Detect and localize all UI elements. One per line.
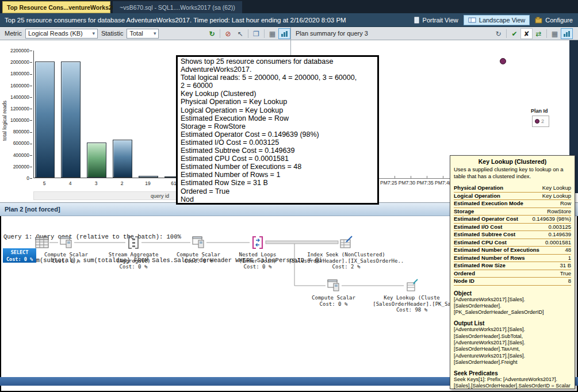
property-row: Estimated Subtree Cost 0.149639 [454, 231, 571, 239]
compute-scalar-icon [326, 278, 342, 294]
metric-toolbar: Metric Logical Reads (KB) ▾ Statistic To… [0, 27, 578, 40]
tooltip-title: Key Lookup (Clustered) [454, 157, 571, 166]
y-tick-label: 1800000 [10, 71, 32, 76]
y-tick-label: 600000 [13, 140, 32, 146]
annotation-line: Shows top 25 resource consumers for data… [181, 57, 374, 66]
track-query-icon[interactable]: ↖ [234, 28, 246, 39]
plan-node-compute-scalar-2[interactable]: Compute Scalar Cost: 0 % [164, 235, 233, 264]
nested-loops-icon [250, 235, 266, 251]
plan-summary-title: Plan summary for query 3 [296, 30, 368, 37]
refresh-icon[interactable]: ↻ [492, 28, 504, 39]
annotation-line: Logical Operation = Key Lookup [181, 106, 374, 114]
portrait-view-icon [413, 17, 420, 24]
grid-view-icon[interactable]: ▦ [266, 28, 278, 39]
x-tick-label: 3 [95, 180, 98, 186]
grid-view-icon[interactable]: ▦ [549, 28, 561, 39]
x-tick-label: 5 [43, 180, 46, 186]
annotation-line: Key Lookup (Clustered) [181, 90, 374, 98]
tab-label: Top Resource Cons...ventureWorks2017] [7, 4, 124, 11]
y-tick-label: 2000000 [10, 59, 32, 65]
plan-id-legend-title: Plan Id [531, 108, 548, 114]
y-axis-ticks: 0200000400000600000800000100000012000001… [0, 51, 32, 178]
operator-properties-tooltip: Key Lookup (Clustered) Uses a supplied c… [450, 155, 575, 389]
time-axis-labels: 0 PM7:25 PM7:30 PM7:35 PM7:4( [376, 180, 450, 186]
y-tick-label: 0 [26, 175, 32, 181]
x-tick-label: 2 [121, 180, 124, 186]
y-tick-label: 2200000 [10, 48, 32, 53]
tab-sql-file[interactable]: ~vsB670.sql - SQL1....Works2017 (sa (62)… [113, 1, 242, 13]
tab-label: ~vsB670.sql - SQL1....Works2017 (sa (62)… [120, 4, 235, 11]
property-row: Estimated I/O Cost 0.003125 [454, 224, 571, 232]
y-tick-label: 1000000 [10, 117, 32, 123]
annotation-overlay: Shows top 25 resource consumers for data… [176, 55, 379, 205]
property-row: Estimated CPU Cost 0.0001581 [454, 239, 571, 247]
annotation-line: Estimated Subtree Cost = 0.149639 [181, 147, 374, 155]
annotation-line: 2 = 60000 [181, 82, 374, 90]
property-row: Estimated Row Size 31 B [454, 262, 571, 270]
plan-node-compute-scalar-1[interactable]: Compute Scalar Cost: 0 % [32, 235, 101, 264]
chart-view-icon[interactable] [561, 28, 573, 39]
bar-query-19[interactable] [139, 176, 158, 178]
statistic-dropdown[interactable]: Total ▾ [127, 29, 159, 39]
bar-query-2[interactable] [113, 140, 132, 178]
metric-label: Metric [5, 30, 22, 37]
tab-top-resource-consumers[interactable]: Top Resource Cons...ventureWorks2017] ◦ … [2, 1, 110, 13]
compare-plans-icon[interactable]: ⇄ [533, 28, 545, 39]
bar-query-3[interactable] [87, 143, 106, 178]
annotation-line: Total logical reads: 5 = 200000, 4 = 200… [181, 74, 374, 82]
annotation-line: Estimated Number of Executions = 48 [181, 163, 374, 171]
ssms-query-store-window: Top Resource Cons...ventureWorks2017] ◦ … [0, 0, 578, 392]
index-seek-icon [338, 235, 354, 251]
property-row: Node ID 8 [454, 278, 571, 286]
portrait-view-button[interactable]: Portrait View [409, 16, 462, 25]
property-row: Storage RowStore [454, 208, 571, 216]
stop-icon[interactable]: ⊘ [222, 28, 234, 39]
plan-id-dot-icon [535, 119, 539, 124]
metric-dropdown[interactable]: Logical Reads (KB) ▾ [25, 29, 98, 39]
configure-button[interactable]: Configure [531, 16, 577, 25]
configure-icon [535, 17, 542, 24]
report-title: Top 25 resource consumers for database A… [0, 17, 409, 24]
annotation-line: Ordered = True [181, 187, 374, 195]
property-rows: Physical Operation Key Lookup Logical Op… [454, 185, 571, 286]
annotation-line: Physical Operation = Key Lookup [181, 98, 374, 106]
annotation-line: Estimated Execution Mode = Row [181, 114, 374, 122]
annotation-line: AdventureWorks2017. [181, 66, 374, 74]
annotation-line: Estimated I/O Cost = 0.003125 [181, 139, 374, 147]
chevron-down-icon: ▾ [154, 30, 156, 36]
chart-view-icon[interactable] [278, 28, 290, 39]
annotation-line: Estimated Number of Rows = 1 [181, 171, 374, 179]
plan-scatter-point[interactable] [500, 58, 506, 64]
bar-query-5[interactable] [35, 62, 55, 178]
plan-node-index-seek[interactable]: Index Seek (NonClustered) [SalesOrderHea… [266, 235, 427, 270]
seek-predicates-section-title: Seek Predicates [454, 370, 571, 376]
tooltip-description: Uses a supplied clustering key to lookup… [454, 166, 571, 179]
seek-predicates-section-text: Seek Keys[1]: Prefix: [AdventureWorks201… [454, 376, 571, 389]
compare-window-icon[interactable]: ❐ [250, 28, 262, 39]
document-tab-bar: Top Resource Cons...ventureWorks2017] ◦ … [0, 0, 578, 13]
x-tick-label: 19 [145, 180, 150, 186]
compute-scalar-icon [58, 235, 74, 251]
y-tick-label: 1400000 [10, 94, 32, 100]
bar-query-4[interactable] [61, 62, 81, 178]
plan-node-stream-aggregate[interactable]: Stream Aggregate (Aggregate) Cost: 0 % [96, 235, 171, 270]
annotation-line: Nod [181, 195, 374, 203]
y-tick-label: 800000 [13, 129, 32, 134]
property-row: Estimated Operator Cost 0.149639 (98%) [454, 216, 571, 224]
unforce-plan-icon[interactable]: ✘ [520, 28, 533, 39]
annotation-line: Storage = RowStore [181, 122, 374, 130]
plan-id-value: 2 [541, 118, 544, 124]
stream-aggregate-icon [125, 235, 141, 251]
chart-toolbar-left: ↻ ⊘ ↖ ❐ ▦ [206, 28, 290, 39]
force-plan-icon[interactable]: ✔ [508, 28, 520, 39]
y-tick-label: 400000 [13, 152, 32, 158]
object-section-title: Object [454, 290, 571, 297]
plan-id-legend-item[interactable]: 2 [532, 116, 549, 127]
key-lookup-icon [404, 278, 420, 294]
landscape-view-button[interactable]: Landscape View [464, 15, 530, 25]
refresh-icon[interactable]: ↻ [206, 28, 218, 39]
property-row: Ordered True [454, 270, 571, 278]
property-row: Estimated Number of Rows 1 [454, 255, 571, 263]
annotation-line: Estimated CPU Cost = 0.0001581 [181, 155, 374, 163]
property-row: Physical Operation Key Lookup [454, 185, 571, 193]
